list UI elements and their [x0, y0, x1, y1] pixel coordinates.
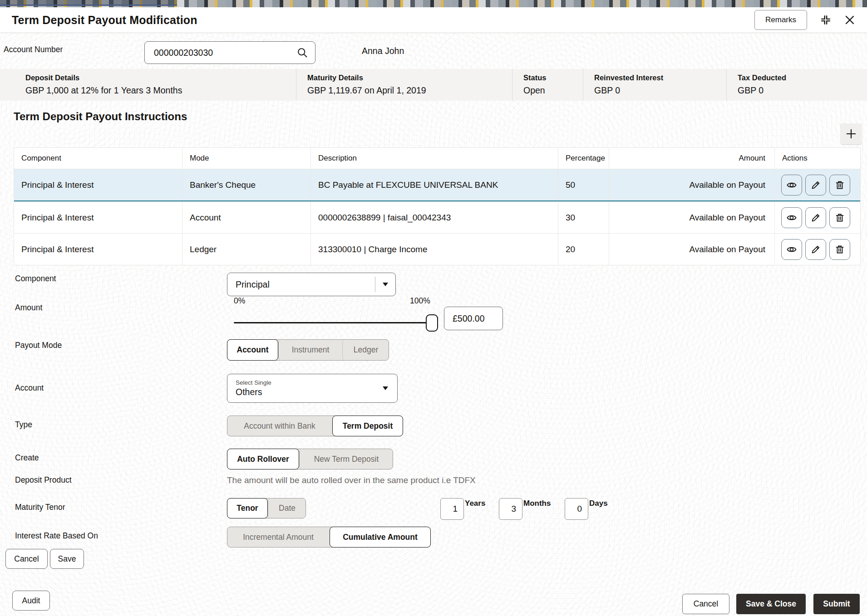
summary-tax-deducted: Tax Deducted GBP 0 — [726, 69, 867, 101]
account-number-field — [144, 41, 315, 64]
close-icon[interactable] — [844, 15, 855, 25]
add-instruction-button[interactable] — [841, 123, 862, 144]
tenor-option-date[interactable]: Date — [268, 498, 306, 518]
account-dropdown-value: Others — [236, 387, 383, 397]
col-component: Component — [14, 148, 182, 169]
main-content: Account Number Anna John Deposit Details… — [0, 33, 867, 616]
maturity-tenor-label: Maturity Tenor — [15, 503, 65, 512]
tenor-months-group: Months — [499, 498, 551, 520]
account-number-label: Account Number — [4, 45, 63, 54]
browser-tab-strip — [0, 0, 177, 6]
tenor-days-group: Days — [565, 498, 608, 520]
delete-icon[interactable] — [829, 207, 850, 228]
tenor-months-unit: Months — [523, 499, 551, 508]
tenor-years-group: Years — [440, 498, 485, 520]
save-and-close-button[interactable]: Save & Close — [736, 594, 806, 614]
slider-max-label: 100% — [410, 296, 430, 306]
view-icon[interactable] — [781, 239, 802, 260]
tenor-days-unit: Days — [589, 499, 608, 508]
chevron-down-icon — [383, 283, 388, 286]
summary-deposit-details: Deposit Details GBP 1,000 at 12% for 1 Y… — [0, 69, 296, 101]
top-photo-banner — [0, 0, 867, 7]
tenor-years-input[interactable] — [440, 498, 464, 520]
amount-label: Amount — [15, 303, 42, 313]
create-option-auto-rollover[interactable]: Auto Rollover — [227, 449, 299, 469]
table-header-row: Component Mode Description Percentage Am… — [14, 148, 860, 169]
create-toggle: Auto Rollover New Term Deposit — [227, 449, 393, 469]
amount-slider-track[interactable] — [234, 322, 434, 323]
amount-value-box[interactable]: £500.00 — [444, 307, 503, 330]
titlebar-actions: Remarks — [754, 10, 855, 30]
summary-reinvested-interest: Reinvested Interest GBP 0 — [583, 69, 726, 101]
chevron-down-icon — [383, 386, 388, 390]
payout-mode-option-instrument[interactable]: Instrument — [278, 339, 342, 361]
deposit-summary-bar: Deposit Details GBP 1,000 at 12% for 1 Y… — [0, 69, 867, 101]
table-row[interactable]: Principal & Interest Account 00000026388… — [14, 201, 860, 233]
interest-rate-toggle: Incremental Amount Cumulative Amount — [227, 527, 431, 548]
col-percentage: Percentage — [558, 148, 609, 169]
edit-icon[interactable] — [805, 207, 826, 228]
create-label: Create — [15, 453, 39, 463]
tenor-months-input[interactable] — [499, 498, 522, 520]
rate-option-incremental[interactable]: Incremental Amount — [227, 527, 330, 548]
tenor-days-input[interactable] — [565, 498, 588, 520]
payout-mode-label: Payout Mode — [15, 341, 62, 350]
deposit-product-helper-text: The amount will be auto rolled over in t… — [227, 475, 476, 485]
payout-mode-option-ledger[interactable]: Ledger — [342, 339, 389, 361]
delete-icon[interactable] — [829, 175, 850, 196]
table-row[interactable]: Principal & Interest Banker's Cheque BC … — [14, 169, 860, 201]
component-dropdown[interactable]: Principal — [227, 273, 396, 296]
remarks-button[interactable]: Remarks — [754, 10, 807, 30]
type-toggle: Account within Bank Term Deposit — [227, 416, 403, 436]
rate-option-cumulative[interactable]: Cumulative Amount — [330, 527, 431, 548]
col-mode: Mode — [182, 148, 310, 169]
type-option-account-within-bank[interactable]: Account within Bank — [227, 416, 332, 436]
view-icon[interactable] — [781, 175, 802, 196]
title-bar: Term Deposit Payout Modification Remarks — [0, 7, 867, 33]
tenor-years-unit: Years — [465, 499, 485, 508]
table-row[interactable]: Principal & Interest Ledger 313300010 | … — [14, 233, 860, 265]
account-number-input[interactable] — [153, 47, 296, 59]
col-amount: Amount — [609, 148, 774, 169]
summary-maturity-details: Maturity Details GBP 1,119.67 on April 1… — [296, 69, 512, 101]
component-label: Component — [15, 274, 56, 284]
footer-cancel-button[interactable]: Cancel — [682, 594, 729, 614]
col-description: Description — [310, 148, 558, 169]
slider-min-label: 0% — [234, 296, 245, 306]
form-save-button[interactable]: Save — [50, 549, 84, 569]
view-icon[interactable] — [781, 207, 802, 228]
submit-button[interactable]: Submit — [813, 594, 860, 614]
payout-mode-toggle: Account Instrument Ledger — [227, 339, 389, 361]
account-select-label: Account — [15, 383, 44, 393]
payout-instructions-table: Component Mode Description Percentage Am… — [14, 147, 861, 265]
component-dropdown-value: Principal — [236, 279, 375, 290]
account-holder-name: Anna John — [362, 46, 404, 56]
create-option-new-term-deposit[interactable]: New Term Deposit — [299, 449, 393, 469]
type-label: Type — [15, 420, 32, 430]
amount-slider-handle[interactable] — [426, 314, 438, 332]
page-title: Term Deposit Payout Modification — [12, 14, 197, 27]
section-title: Term Deposit Payout Instructions — [14, 110, 187, 123]
account-dropdown[interactable]: Select Single Others — [227, 374, 398, 403]
summary-status: Status Open — [512, 69, 583, 101]
table-body: Principal & Interest Banker's Cheque BC … — [14, 169, 860, 265]
edit-icon[interactable] — [805, 175, 826, 196]
maturity-tenor-toggle: Tenor Date — [227, 498, 306, 518]
search-icon[interactable] — [296, 47, 309, 59]
audit-button[interactable]: Audit — [12, 591, 50, 611]
deposit-product-label: Deposit Product — [15, 475, 72, 485]
payout-mode-option-account[interactable]: Account — [227, 339, 278, 361]
type-option-term-deposit[interactable]: Term Deposit — [332, 416, 403, 436]
col-actions: Actions — [774, 148, 860, 169]
tenor-option-tenor[interactable]: Tenor — [227, 498, 268, 518]
edit-icon[interactable] — [805, 239, 826, 260]
collapse-icon[interactable] — [820, 14, 832, 26]
account-dropdown-float-label: Select Single — [236, 379, 383, 386]
form-cancel-button[interactable]: Cancel — [5, 549, 48, 569]
interest-rate-label: Interest Rate Based On — [15, 531, 98, 541]
delete-icon[interactable] — [829, 239, 850, 260]
